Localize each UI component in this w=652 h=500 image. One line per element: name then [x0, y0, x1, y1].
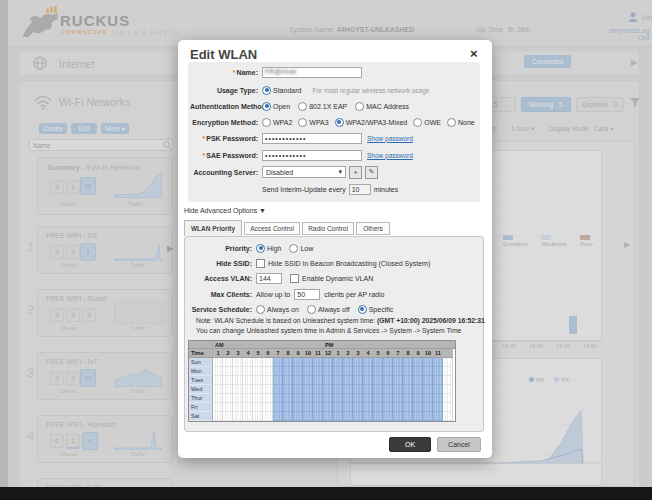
schedule-cell[interactable] [243, 394, 253, 403]
schedule-cell[interactable] [393, 385, 403, 394]
schedule-cell[interactable] [423, 412, 433, 421]
schedule-cell[interactable] [343, 394, 353, 403]
schedule-cell[interactable] [273, 358, 283, 367]
schedule-cell[interactable] [423, 403, 433, 412]
schedule-cell[interactable] [443, 394, 453, 403]
schedule-cell[interactable] [373, 358, 383, 367]
schedule-cell[interactable] [433, 367, 443, 376]
schedule-cell[interactable] [303, 385, 313, 394]
schedule-cell[interactable] [353, 385, 363, 394]
schedule-cell[interactable] [373, 412, 383, 421]
schedule-cell[interactable] [433, 412, 443, 421]
enc-wpa3-radio[interactable]: WPA3 [298, 118, 328, 127]
accounting-server-select[interactable]: Disabled▾ [262, 166, 346, 178]
tab-access-control[interactable]: Access Control [244, 222, 300, 235]
schedule-cell[interactable] [313, 376, 323, 385]
schedule-cell[interactable] [323, 367, 333, 376]
schedule-cell[interactable] [413, 412, 423, 421]
schedule-cell[interactable] [213, 394, 223, 403]
schedule-always-off-radio[interactable]: Always off [307, 305, 350, 314]
schedule-cell[interactable] [413, 385, 423, 394]
sae-password-input[interactable] [262, 150, 362, 161]
schedule-cell[interactable] [313, 412, 323, 421]
schedule-cell[interactable] [253, 376, 263, 385]
schedule-specific-radio[interactable]: Specific [358, 305, 394, 314]
schedule-cell[interactable] [313, 385, 323, 394]
schedule-cell[interactable] [283, 394, 293, 403]
schedule-cell[interactable] [223, 367, 233, 376]
schedule-cell[interactable] [223, 394, 233, 403]
schedule-cell[interactable] [393, 412, 403, 421]
schedule-cell[interactable] [413, 403, 423, 412]
schedule-cell[interactable] [353, 376, 363, 385]
schedule-cell[interactable] [303, 358, 313, 367]
schedule-cell[interactable] [283, 376, 293, 385]
tab-wlan-priority[interactable]: WLAN Priority [184, 220, 242, 236]
schedule-cell[interactable] [443, 376, 453, 385]
ok-button[interactable]: OK [389, 437, 431, 452]
schedule-cell[interactable] [423, 394, 433, 403]
schedule-cell[interactable] [293, 385, 303, 394]
cancel-button[interactable]: Cancel [437, 437, 481, 452]
schedule-cell[interactable] [263, 376, 273, 385]
schedule-cell[interactable] [233, 403, 243, 412]
schedule-cell[interactable] [273, 367, 283, 376]
schedule-cell[interactable] [413, 367, 423, 376]
schedule-cell[interactable] [223, 403, 233, 412]
add-server-button[interactable]: + [349, 166, 362, 179]
schedule-cell[interactable] [323, 403, 333, 412]
schedule-cell[interactable] [213, 358, 223, 367]
schedule-cell[interactable] [283, 358, 293, 367]
schedule-cell[interactable] [393, 358, 403, 367]
show-sae-password-link[interactable]: Show password [367, 152, 413, 159]
schedule-cell[interactable] [313, 367, 323, 376]
schedule-cell[interactable] [213, 385, 223, 394]
show-psk-password-link[interactable]: Show password [367, 135, 413, 142]
priority-low-radio[interactable]: Low [289, 244, 313, 253]
schedule-cell[interactable] [263, 385, 273, 394]
schedule-cell[interactable] [443, 412, 453, 421]
schedule-cell[interactable] [363, 412, 373, 421]
auth-8021x-radio[interactable]: 802.1X EAP [298, 102, 347, 111]
schedule-cell[interactable] [303, 412, 313, 421]
schedule-cell[interactable] [303, 367, 313, 376]
schedule-cell[interactable] [363, 376, 373, 385]
schedule-cell[interactable] [233, 412, 243, 421]
schedule-cell[interactable] [283, 385, 293, 394]
schedule-cell[interactable] [373, 394, 383, 403]
schedule-cell[interactable] [363, 358, 373, 367]
priority-high-radio[interactable]: High [256, 244, 281, 253]
schedule-cell[interactable] [323, 394, 333, 403]
schedule-cell[interactable] [393, 403, 403, 412]
schedule-cell[interactable] [243, 367, 253, 376]
schedule-cell[interactable] [353, 394, 363, 403]
schedule-cell[interactable] [263, 367, 273, 376]
schedule-cell[interactable] [313, 403, 323, 412]
schedule-cell[interactable] [303, 403, 313, 412]
schedule-cell[interactable] [383, 403, 393, 412]
schedule-cell[interactable] [253, 358, 263, 367]
schedule-cell[interactable] [433, 376, 443, 385]
schedule-cell[interactable] [423, 376, 433, 385]
close-icon[interactable]: × [470, 46, 478, 61]
schedule-cell[interactable] [323, 376, 333, 385]
hide-ssid-checkbox[interactable]: Hide SSID in Beacon Broadcasting (Closed… [256, 259, 430, 268]
schedule-cell[interactable] [383, 412, 393, 421]
schedule-cell[interactable] [333, 367, 343, 376]
schedule-cell[interactable] [343, 385, 353, 394]
schedule-cell[interactable] [423, 358, 433, 367]
schedule-cell[interactable] [403, 367, 413, 376]
schedule-cell[interactable] [253, 412, 263, 421]
schedule-cell[interactable] [333, 358, 343, 367]
schedule-cell[interactable] [363, 403, 373, 412]
schedule-cell[interactable] [433, 358, 443, 367]
schedule-always-on-radio[interactable]: Always on [256, 305, 299, 314]
schedule-cell[interactable] [413, 394, 423, 403]
schedule-cell[interactable] [383, 367, 393, 376]
schedule-cell[interactable] [263, 412, 273, 421]
schedule-cell[interactable] [363, 394, 373, 403]
schedule-cell[interactable] [243, 358, 253, 367]
name-input[interactable]: FR@Host [262, 67, 362, 78]
schedule-cell[interactable] [353, 367, 363, 376]
schedule-cell[interactable] [443, 403, 453, 412]
